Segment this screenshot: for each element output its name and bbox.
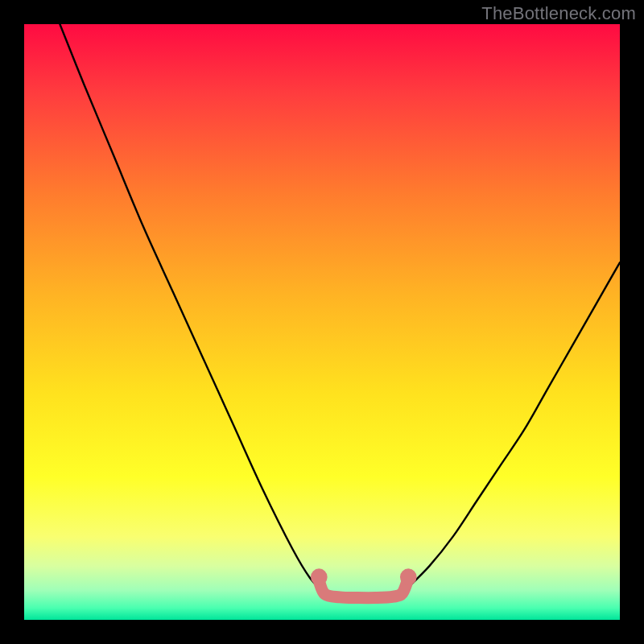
right-curve xyxy=(406,262,620,590)
right-dot xyxy=(400,568,417,585)
gradient-plot-area xyxy=(24,24,620,620)
bottom-band xyxy=(319,578,408,598)
left-curve xyxy=(60,24,322,590)
chart-svg xyxy=(24,24,620,620)
watermark-text: TheBottleneck.com xyxy=(481,3,636,24)
left-dot xyxy=(311,568,328,585)
